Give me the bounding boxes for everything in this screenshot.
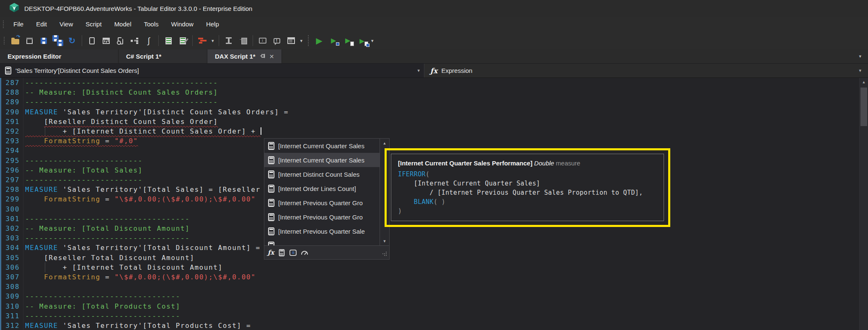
- tab-bar: Expression EditorC# Script 1*DAX Script …: [0, 49, 868, 64]
- code-text: -------------------------: [25, 156, 143, 165]
- play-button[interactable]: ▶: [313, 34, 326, 47]
- expression-filter-icon[interactable]: ƒx: [268, 249, 274, 256]
- report-page-button[interactable]: [114, 34, 127, 47]
- save-button[interactable]: [37, 34, 50, 47]
- line-number: 288: [1, 88, 20, 97]
- dropdown-chevron-icon[interactable]: ▾: [369, 38, 376, 44]
- menu-item-window[interactable]: Window: [165, 17, 200, 32]
- script-edit-button[interactable]: [176, 34, 189, 47]
- refresh-button[interactable]: ↻: [65, 34, 79, 47]
- measure-icon: [268, 213, 274, 221]
- autocomplete-item[interactable]: [Internet Previous Quarter Sale: [264, 224, 380, 238]
- line-number: 301: [1, 214, 20, 224]
- menu-item-help[interactable]: Help: [200, 17, 225, 32]
- autocomplete-item[interactable]: [Internet Order Lines Count]: [264, 181, 380, 196]
- menubar-grip-handle[interactable]: [3, 21, 4, 28]
- line-number: 289: [1, 97, 20, 107]
- autocomplete-popup: [Internet Current Quarter Sales[Internet…: [264, 138, 390, 260]
- toolbar-separator: [192, 35, 193, 46]
- tab-dax-script-1-[interactable]: DAX Script 1*✕: [207, 49, 282, 63]
- menu-item-model[interactable]: Model: [108, 17, 138, 32]
- fx-icon: ƒx: [430, 67, 437, 75]
- popup-resize-grip[interactable]: [382, 253, 383, 254]
- toolbar-separator: [219, 35, 219, 46]
- line-number: 300: [1, 204, 20, 214]
- diagram-button[interactable]: [128, 34, 141, 47]
- autocomplete-scroll-up-icon[interactable]: ▲: [380, 139, 389, 148]
- dropdown-chevron-icon[interactable]: ▾: [209, 38, 216, 44]
- combo-chevron-icon[interactable]: ▾: [417, 68, 420, 73]
- toolbar-separator: [158, 35, 159, 46]
- pin-icon[interactable]: [260, 53, 265, 60]
- scroll-up-icon[interactable]: ▲: [860, 78, 868, 87]
- column-filter-icon[interactable]: =: [289, 250, 297, 256]
- column-width-button[interactable]: [222, 34, 235, 47]
- code-text: + [Internet Total Discount Amount]: [25, 263, 223, 272]
- code-line-306: 306 + [Internet Total Discount Amount]: [1, 263, 868, 272]
- line-number: 299: [1, 194, 20, 204]
- comment-button[interactable]: !: [270, 34, 284, 47]
- dropdown-chevron-icon[interactable]: ▾: [298, 38, 305, 44]
- open-file-button[interactable]: [8, 34, 22, 47]
- play-script-save-button[interactable]: ▶: [355, 34, 369, 47]
- code-text: -- Measure: [Distinct Count Sales Orders…: [25, 88, 218, 97]
- autocomplete-item[interactable]: [Internet Previous Quarter Gro: [264, 210, 380, 224]
- macro-button[interactable]: ∫: [142, 34, 155, 47]
- best-practice-button[interactable]: [196, 34, 209, 47]
- frame-button[interactable]: I: [256, 34, 269, 47]
- line-number: 306: [1, 263, 20, 272]
- kpi-filter-icon[interactable]: [301, 251, 308, 255]
- script-list-button[interactable]: [162, 34, 175, 47]
- play-save-button[interactable]: ▶: [327, 34, 340, 47]
- line-number: 297: [1, 175, 20, 185]
- menu-item-script[interactable]: Script: [79, 17, 108, 32]
- toolbar-grip-handle[interactable]: [4, 37, 5, 44]
- dax-code-editor[interactable]: 287-------------------------------------…: [0, 78, 868, 330]
- measure-tooltip: [Internet Current Quarter Sales Performa…: [391, 154, 664, 221]
- tab-c-script-1-[interactable]: C# Script 1*: [119, 49, 207, 63]
- close-tab-icon[interactable]: ✕: [269, 53, 274, 60]
- measure-icon: [268, 227, 274, 235]
- code-text: [Reseller Total Discount Amount]: [25, 253, 194, 263]
- measure-icon: [268, 142, 274, 150]
- autocomplete-scroll-down-icon[interactable]: ▼: [380, 237, 389, 246]
- pivot-grid-button[interactable]: [99, 34, 113, 47]
- code-line-308: 308: [1, 282, 868, 291]
- import-table-button[interactable]: [236, 34, 250, 47]
- scrollbar-thumb[interactable]: [860, 88, 867, 126]
- play-script-button[interactable]: ▶: [341, 34, 354, 47]
- window-layout-button[interactable]: [284, 34, 298, 47]
- tab-expression-editor[interactable]: Expression Editor: [0, 49, 119, 63]
- menu-item-tools[interactable]: Tools: [137, 17, 165, 32]
- menu-item-file[interactable]: File: [7, 17, 30, 32]
- measure-filter-icon[interactable]: [279, 249, 285, 256]
- code-text: MEASURE 'Sales Territory'[Total Discount…: [25, 243, 261, 253]
- line-number: 298: [1, 185, 20, 194]
- line-number: 312: [1, 321, 20, 330]
- expression-chevron-icon[interactable]: ▾: [859, 68, 861, 73]
- title-bar: DESKTOP-4FOPB60.AdventureWorks - Tabular…: [0, 0, 868, 17]
- save-all-button[interactable]: [51, 34, 65, 47]
- text-cursor: [261, 127, 261, 135]
- autocomplete-item[interactable]: [Internet Distinct Count Sales: [264, 167, 380, 181]
- line-number: 291: [1, 117, 20, 126]
- toolbar-separator: [82, 35, 82, 46]
- autocomplete-item[interactable]: [264, 238, 380, 246]
- autocomplete-item[interactable]: [Internet Current Quarter Sales: [264, 153, 380, 167]
- tab-label: DAX Script 1*: [215, 53, 256, 60]
- autocomplete-item[interactable]: [Internet Previous Quarter Gro: [264, 196, 380, 210]
- code-line-305: 305 [Reseller Total Discount Amount]: [1, 253, 868, 263]
- code-text: MEASURE 'Sales Territory'[Total Products…: [25, 321, 251, 330]
- deploy-button[interactable]: [23, 34, 36, 47]
- menu-item-view[interactable]: View: [53, 17, 79, 32]
- autocomplete-item-label: [Internet Distinct Count Sales: [278, 171, 359, 178]
- code-text: -----------------------------------: [25, 214, 190, 224]
- measure-selector-combo[interactable]: 'Sales Territory'[Distinct Count Sales O…: [0, 64, 424, 77]
- new-document-button[interactable]: [85, 34, 98, 47]
- code-text: [Reseller Distinct Count Sales Order]: [25, 117, 218, 126]
- tab-list-chevron-icon[interactable]: ▾: [859, 54, 861, 59]
- autocomplete-item[interactable]: [Internet Current Quarter Sales: [264, 139, 380, 153]
- measure-icon: [5, 67, 11, 75]
- editor-scrollbar[interactable]: ▲: [859, 78, 868, 330]
- menu-item-edit[interactable]: Edit: [30, 17, 53, 32]
